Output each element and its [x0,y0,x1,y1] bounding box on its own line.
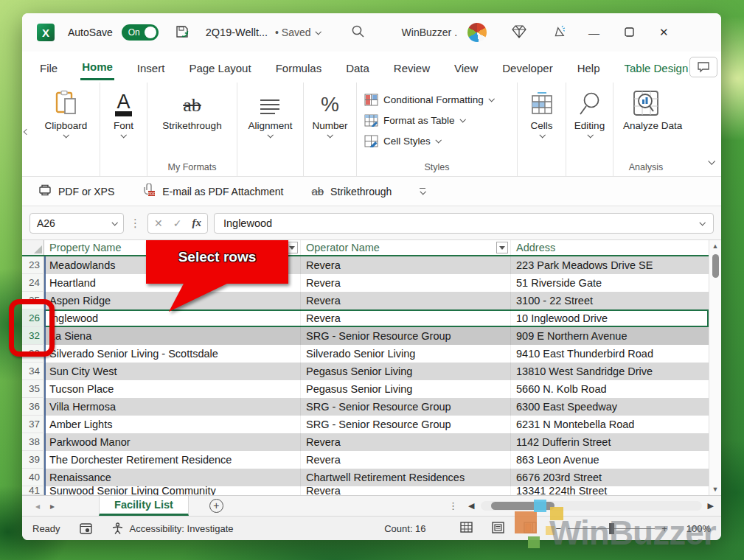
ribbon-scroll-left-icon[interactable] [24,124,29,137]
pdf-or-xps-command[interactable]: PDF or XPS [38,184,114,198]
account-name[interactable]: WinBuzzer . [402,27,457,38]
new-sheet-button[interactable]: + [209,499,223,513]
cell-property[interactable]: Villa Hermosa [44,398,301,416]
scrollbar-thumb[interactable] [712,254,719,278]
cell-address[interactable]: 9410 East Thunderbird Road [511,345,709,363]
horizontal-scrollbar[interactable] [481,501,702,511]
premium-diamond-icon[interactable] [512,25,526,41]
cell-address[interactable]: 223 Park Meadows Drive SE [511,256,709,274]
table-row[interactable]: 39The Dorchester Retirement ResidenceRev… [22,451,709,469]
name-box[interactable]: A26 [29,213,124,234]
cell-operator[interactable]: Pegasus Senior Living [301,363,511,380]
hscroll-left-icon[interactable]: ◀ [468,501,474,511]
zoom-in-button[interactable]: + [661,523,667,534]
cell-operator[interactable]: Revera [301,433,511,451]
ribbon-group-my-formats[interactable]: ab Strikethrough My Formats [147,83,237,176]
account-avatar[interactable] [467,23,487,42]
column-header-operator-name[interactable]: Operator Name [301,240,511,255]
hscroll-right-icon[interactable]: ▶ [708,501,714,511]
cell-address[interactable]: 3100 - 22 Street [511,292,709,309]
table-row[interactable]: 38Parkwood ManorRevera1142 Dufferin Stre… [22,433,709,451]
scroll-up-icon[interactable]: ▲ [712,240,719,252]
search-icon[interactable] [351,24,365,41]
ribbon-group-font[interactable]: A Font [100,83,147,176]
row-header-23[interactable]: 23 [22,256,44,274]
column-header-address[interactable]: Address [511,240,709,255]
cell-address[interactable]: 13810 West Sandridge Drive [511,363,709,380]
zoom-out-button[interactable]: − [556,523,562,534]
scroll-down-icon[interactable]: ▼ [712,483,719,495]
email-pdf-command[interactable]: PDFE-mail as PDF Attachment [142,183,283,199]
cell-property[interactable]: Renaissance [44,469,301,486]
tab-help[interactable]: Help [576,55,602,80]
cell-property[interactable]: Silverado Senior Living - Scottsdale [44,345,301,363]
tab-page-layout[interactable]: Page Layout [187,55,252,80]
table-row[interactable]: 24HeartlandRevera51 Riverside Gate [22,274,709,292]
hscrollbar-thumb[interactable] [491,502,554,510]
tab-file[interactable]: File [38,55,59,80]
normal-view-button[interactable] [460,522,473,535]
comments-button[interactable] [689,57,717,77]
cell-address[interactable]: 1142 Dufferin Street [511,433,709,451]
autosave-toggle[interactable]: On [122,24,159,41]
cell-property[interactable]: Amber Lights [44,416,301,433]
cell-operator[interactable]: Chartwell Retirement Residences [301,469,511,486]
collapse-ribbon-icon[interactable] [709,154,714,167]
table-row[interactable]: 32La SienaSRG - Senior Resource Group909… [22,327,709,345]
tab-home[interactable]: Home [80,54,114,80]
select-all-button[interactable] [22,240,44,255]
row-header-37[interactable]: 37 [22,416,44,433]
cell-operator[interactable]: Revera [301,274,511,292]
cell-property[interactable]: Tucson Place [44,380,301,398]
table-row[interactable]: 23MeadowlandsRevera223 Park Meadows Driv… [22,256,709,274]
minimize-button[interactable]: — [588,27,599,39]
ribbon-group-number[interactable]: % Number [304,83,357,176]
zoom-slider-thumb[interactable] [609,523,614,534]
maximize-button[interactable] [625,27,634,39]
cell-operator[interactable]: Revera [301,309,511,327]
cell-styles-button[interactable]: Cell Styles [364,131,440,150]
tab-table-design[interactable]: Table Design [623,55,690,80]
vertical-scrollbar[interactable]: ▲ ▼ [709,240,721,495]
close-button[interactable]: ✕ [659,26,669,39]
row-header-38[interactable]: 38 [22,433,44,451]
cancel-entry-button[interactable]: ✕ [154,217,163,229]
accessibility-status[interactable]: Accessibility: Investigate [111,522,234,535]
table-row[interactable]: 41Sunwood Senior Living CommunityRevera1… [22,486,709,495]
table-row[interactable]: 26InglewoodRevera10 Inglewood Drive [22,309,709,327]
ribbon-group-alignment[interactable]: Alignment [237,83,304,176]
conditional-formatting-button[interactable]: Conditional Formatting [364,90,493,109]
tab-data[interactable]: Data [344,55,371,80]
formula-input[interactable]: Inglewood [214,213,714,234]
save-status[interactable]: • Saved [275,27,320,38]
cell-operator[interactable]: Revera [301,256,511,274]
confirm-entry-button[interactable]: ✓ [173,217,182,229]
qat-overflow-button[interactable] [420,188,425,195]
cell-property[interactable]: Sunwood Senior Living Community [44,486,301,495]
splitter-handle-icon[interactable]: ⋮ [448,500,458,511]
ribbon-group-analysis[interactable]: Analyze Data Analysis [613,83,678,176]
insert-function-button[interactable]: fx [192,217,201,229]
cell-operator[interactable]: Revera [301,451,511,469]
cell-property[interactable]: Parkwood Manor [44,433,301,451]
cell-address[interactable]: 10 Inglewood Drive [511,309,709,327]
tab-view[interactable]: View [453,55,479,80]
table-row[interactable]: 40RenaissanceChartwell Retirement Reside… [22,469,709,486]
cell-operator[interactable]: Revera [301,292,511,309]
table-row[interactable]: 25Aspen RidgeRevera3100 - 22 Street [22,292,709,309]
row-header-40[interactable]: 40 [22,469,44,486]
ribbon-group-cells[interactable]: Cells [518,83,566,176]
cell-operator[interactable]: SRG - Senior Resource Group [301,416,511,433]
cell-address[interactable]: 13341 224th Street [511,486,709,495]
zoom-level[interactable]: 100% [686,523,711,534]
sheet-nav-left-icon[interactable]: ◂ [35,501,40,511]
save-icon[interactable] [175,24,190,41]
sheet-tab-facility-list[interactable]: Facility List [99,496,189,516]
cell-operator[interactable]: Silverado Senior Living [301,345,511,363]
tab-review[interactable]: Review [392,55,431,80]
row-header-39[interactable]: 39 [22,451,44,469]
table-row[interactable]: 37Amber LightsSRG - Senior Resource Grou… [22,416,709,433]
cell-operator[interactable]: SRG - Senior Resource Group [301,398,511,416]
record-macro-button[interactable] [80,523,92,534]
cell-address[interactable]: 863 Leon Avenue [511,451,709,469]
